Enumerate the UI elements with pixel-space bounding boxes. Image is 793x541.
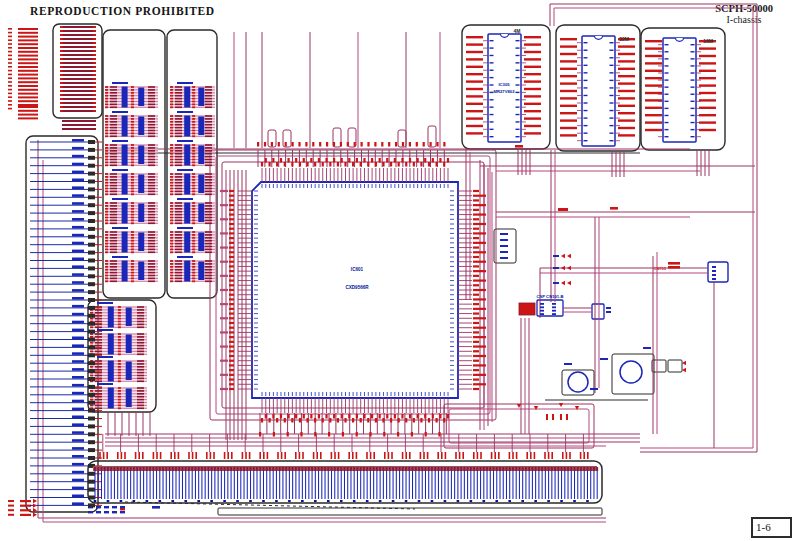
csp-connector-label: CSP CN101-B [536, 294, 563, 299]
pin-label [390, 418, 392, 423]
rnet-body [205, 182, 212, 184]
rom-pin [584, 50, 588, 51]
rnet-body [205, 217, 212, 219]
pin-label [220, 289, 228, 291]
component-bar [712, 274, 716, 276]
main-ic [220, 158, 486, 423]
rnet-tick [105, 147, 108, 149]
pin-label [409, 158, 411, 163]
component-bars [699, 40, 716, 131]
connector-cap [334, 467, 336, 471]
rnet-tick [192, 133, 195, 135]
rnet-tick [105, 133, 108, 135]
rnet-body [205, 252, 212, 254]
rnet-tick [192, 144, 195, 146]
pin-label [72, 202, 84, 205]
rnet-chip [198, 175, 204, 194]
rnet-tick [90, 366, 93, 368]
rnet-body [110, 214, 117, 216]
connector-cap [233, 467, 235, 471]
stub [423, 452, 425, 459]
pin-label [360, 162, 362, 167]
component-bar [645, 70, 662, 72]
rnet-body [110, 202, 117, 204]
rnet-tick [131, 246, 134, 248]
connector-pin [88, 480, 95, 484]
rnet-tick [105, 150, 108, 152]
rnet-tick [170, 127, 173, 129]
rom-pin [610, 80, 614, 81]
arrow-marker [33, 503, 37, 507]
component-bar [546, 414, 548, 420]
rnet-body [110, 107, 117, 109]
component-bar [93, 106, 96, 108]
rnet-tick [131, 95, 134, 97]
component-bar [18, 89, 38, 91]
rnet-tick [90, 351, 93, 353]
connector-cap [357, 467, 359, 471]
pin-label [473, 261, 486, 263]
connector-cap [564, 467, 566, 471]
pin-label [473, 199, 479, 201]
component-bar [552, 313, 556, 315]
rnet-label [112, 111, 128, 113]
component-bar [285, 142, 287, 147]
connector-cap [512, 467, 514, 471]
pin-label [229, 374, 234, 376]
component-bar [610, 207, 618, 210]
rnet-tick [118, 333, 121, 335]
rnet-tick [105, 92, 108, 94]
component-bar [540, 313, 544, 315]
rnet-tick [170, 222, 173, 224]
connector-cap [596, 467, 598, 471]
component-bar [500, 233, 508, 235]
pin-label [447, 158, 449, 163]
connector-cap [574, 467, 576, 471]
connector-cap [376, 467, 378, 471]
stub [491, 452, 493, 459]
rnet-tick [170, 118, 173, 120]
rnet-tick [170, 86, 173, 88]
pin-label [72, 186, 84, 189]
rnet-label [97, 383, 113, 385]
rnet-tick [192, 153, 195, 155]
pin-label [220, 261, 228, 263]
pin-label [72, 408, 84, 411]
rnet-body [110, 89, 117, 91]
rnet-tick [192, 269, 195, 271]
connector-cap [321, 467, 323, 471]
component-bar [699, 107, 716, 109]
component-bar [18, 85, 38, 87]
pin-label [72, 416, 84, 419]
pin-label [229, 246, 234, 248]
component-bar [524, 73, 541, 75]
component-bars [552, 414, 554, 420]
connector-cap [525, 467, 527, 471]
stub [583, 452, 585, 459]
pin-label [473, 270, 486, 272]
connector-cap [152, 467, 154, 471]
rnet-body [137, 306, 144, 308]
pin-label [508, 500, 511, 502]
rnet-tick [131, 211, 134, 213]
rnet-label [177, 140, 193, 142]
rnet-body [205, 127, 212, 129]
pin-label [483, 500, 486, 502]
pin-label [473, 228, 479, 230]
pin-label [473, 246, 479, 248]
pin-label [322, 418, 324, 423]
component-bar [8, 39, 12, 41]
connector-cap [198, 467, 200, 471]
pin-label [72, 265, 84, 268]
pin-label [303, 414, 305, 419]
rnet-tick [170, 251, 173, 253]
rnet-tick [192, 280, 195, 282]
pin-label [405, 500, 408, 502]
component-bar [20, 505, 31, 507]
connector-cap [402, 467, 404, 471]
rnet-body [205, 243, 212, 245]
connector-cap [373, 467, 375, 471]
stub [316, 452, 318, 459]
pin-label [229, 261, 234, 263]
rnet-body [95, 312, 102, 314]
